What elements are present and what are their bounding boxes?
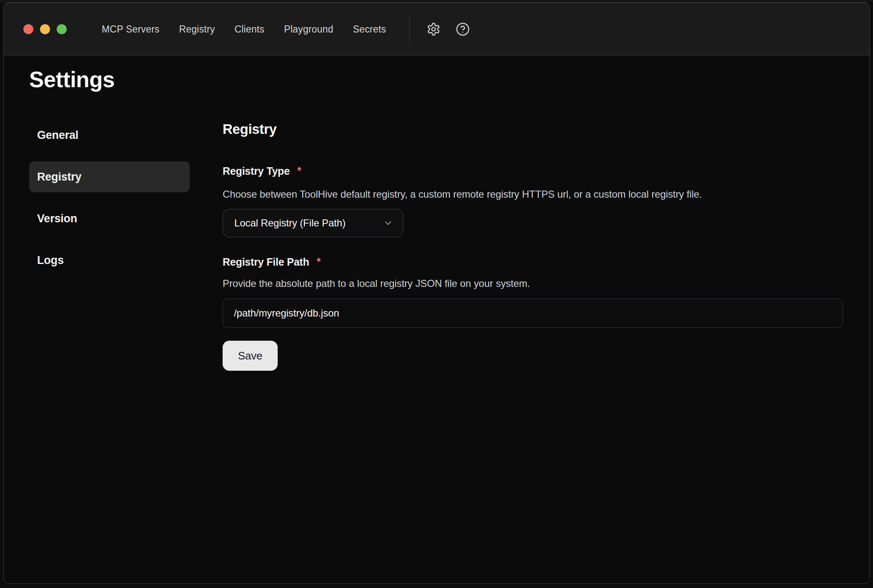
nav-item-secrets[interactable]: Secrets xyxy=(353,24,386,35)
registry-type-selected-value: Local Registry (File Path) xyxy=(234,217,346,229)
minimize-window-button[interactable] xyxy=(40,24,50,34)
page-title: Settings xyxy=(29,66,843,93)
registry-file-path-input[interactable] xyxy=(223,299,843,328)
registry-type-label-text: Registry Type xyxy=(223,164,290,178)
titlebar-icons xyxy=(426,22,470,36)
registry-settings-panel: Registry Registry Type * Choose between … xyxy=(223,120,843,371)
sidebar-item-general[interactable]: General xyxy=(29,120,190,151)
help-icon[interactable] xyxy=(456,22,470,36)
registry-file-path-label: Registry File Path * xyxy=(223,255,843,269)
titlebar: MCP Servers Registry Clients Playground … xyxy=(4,3,870,56)
required-asterisk: * xyxy=(317,255,321,268)
required-asterisk: * xyxy=(297,164,301,177)
sidebar-item-logs[interactable]: Logs xyxy=(29,245,190,276)
settings-sidebar: General Registry Version Logs xyxy=(29,120,190,371)
nav-item-playground[interactable]: Playground xyxy=(284,24,333,35)
nav-item-registry[interactable]: Registry xyxy=(179,24,215,35)
nav-item-clients[interactable]: Clients xyxy=(234,24,264,35)
window-controls xyxy=(23,24,67,34)
registry-type-label: Registry Type * xyxy=(223,164,843,178)
main-nav: MCP Servers Registry Clients Playground … xyxy=(102,24,386,35)
registry-file-path-label-text: Registry File Path xyxy=(223,255,309,269)
settings-page: Settings General Registry Version Logs R… xyxy=(4,56,870,371)
zoom-window-button[interactable] xyxy=(57,24,67,34)
nav-item-mcp-servers[interactable]: MCP Servers xyxy=(102,24,160,35)
chevron-down-icon xyxy=(383,218,394,229)
settings-gear-icon[interactable] xyxy=(426,22,441,36)
save-button[interactable]: Save xyxy=(223,341,278,371)
section-heading: Registry xyxy=(223,121,843,138)
registry-type-description: Choose between ToolHive default registry… xyxy=(223,187,843,201)
sidebar-item-registry[interactable]: Registry xyxy=(29,161,190,192)
registry-type-select[interactable]: Local Registry (File Path) xyxy=(223,209,403,237)
titlebar-divider xyxy=(409,13,410,45)
close-window-button[interactable] xyxy=(23,24,33,34)
registry-file-path-description: Provide the absolute path to a local reg… xyxy=(223,276,843,290)
app-window: MCP Servers Registry Clients Playground … xyxy=(3,3,870,584)
sidebar-item-version[interactable]: Version xyxy=(29,203,190,234)
